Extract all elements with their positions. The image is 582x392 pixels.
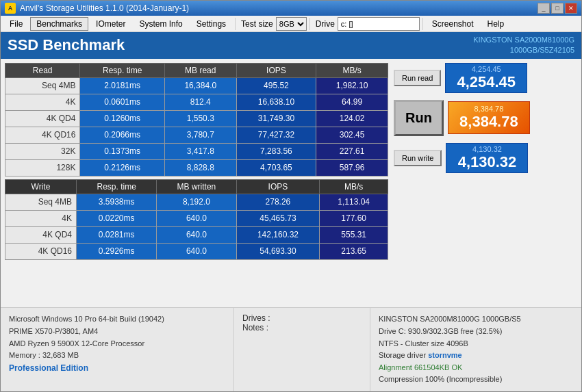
menu-benchmarks[interactable]: Benchmarks (30, 17, 88, 31)
cell-resp: 0.0601ms (80, 94, 164, 110)
cell-resp: 2.0181ms (80, 77, 164, 94)
drive-group: Drive c: [] (316, 17, 420, 31)
cell-mb: 16,384.0 (164, 77, 236, 94)
total-score-box: 8,384.78 8,384.78 (448, 101, 530, 134)
cell-mbps: 213.65 (320, 243, 388, 259)
footer-sysinfo: Microsoft Windows 10 Pro 64-bit Build (1… (1, 308, 233, 391)
maximize-button[interactable]: □ (551, 3, 564, 14)
app-title: SSD Benchmark (8, 36, 125, 54)
cell-iops: 495.52 (236, 77, 316, 94)
run-button[interactable]: Run (394, 100, 444, 136)
window-title: Anvil's Storage Utilities 1.1.0 (2014-Ja… (20, 3, 189, 13)
cell-resp: 0.1260ms (80, 110, 164, 127)
app-header: SSD Benchmark KINGSTON SA2000M81000G 100… (1, 32, 581, 59)
test-size-select[interactable]: 8GB (276, 17, 307, 31)
title-controls: _ □ ✕ (537, 3, 577, 14)
cell-resp: 3.5938ms (76, 194, 156, 210)
minimize-button[interactable]: _ (537, 3, 550, 14)
cell-resp: 0.0281ms (76, 226, 156, 243)
col-write: Write (5, 179, 77, 194)
row-label: Seq 4MB (5, 77, 80, 94)
menu-settings[interactable]: Settings (190, 17, 232, 31)
cell-resp: 0.2126ms (80, 159, 164, 176)
app-icon: A (5, 3, 16, 14)
table-row: Seq 4MB 3.5938ms 8,192.0 278.26 1,113.04 (5, 194, 388, 210)
total-score-group: Run 8,384.78 8,384.78 (394, 100, 577, 136)
menu-file[interactable]: File (3, 17, 29, 31)
alignment-status: Alignment 661504KB OK (379, 362, 573, 374)
test-size-label: Test size (241, 19, 273, 29)
menu-sysinfo[interactable]: System Info (133, 17, 188, 31)
col-resp: Resp. time (80, 63, 164, 77)
sys-line4: Memory : 32,683 MB (9, 350, 225, 362)
storage-driver-label: Storage driver (379, 351, 426, 359)
footer: Microsoft Windows 10 Pro 64-bit Build (1… (1, 307, 581, 391)
col-mb-read: MB read (164, 63, 236, 77)
cell-resp: 0.2066ms (80, 127, 164, 143)
drive-c: Drive C: 930.9/302.3GB free (32.5%) (379, 326, 573, 338)
col-iops-write: IOPS (236, 179, 320, 194)
main-content: Read Resp. time MB read IOPS MB/s Seq 4M… (1, 59, 581, 308)
device-line2: 1000GB/S5Z42105 (473, 45, 574, 55)
device-info: KINGSTON SA2000M81000G 1000GB/S5Z42105 (473, 35, 574, 56)
close-button[interactable]: ✕ (565, 3, 577, 14)
notes-label: Notes : (242, 323, 362, 332)
col-mbps-write: MB/s (320, 179, 388, 194)
row-label: 4K QD16 (5, 243, 77, 259)
run-read-button[interactable]: Run read (394, 70, 441, 86)
cell-mbps: 1,113.04 (320, 194, 388, 210)
main-window: A Anvil's Storage Utilities 1.1.0 (2014-… (0, 0, 582, 392)
menu-sep1 (235, 18, 236, 30)
read-table: Read Resp. time MB read IOPS MB/s Seq 4M… (5, 63, 388, 177)
menu-iometer[interactable]: IOmeter (90, 17, 131, 31)
cell-iops: 45,465.73 (236, 210, 320, 226)
menu-help[interactable]: Help (481, 17, 511, 31)
storage-driver: Storage driver stornvme (379, 350, 573, 362)
menu-sep3 (422, 18, 423, 30)
cell-mbps: 227.61 (316, 143, 388, 159)
row-label: 4K (5, 210, 77, 226)
cell-iops: 4,703.65 (236, 159, 316, 176)
table-row: 32K 0.1373ms 3,417.8 7,283.56 227.61 (5, 143, 388, 159)
col-iops-read: IOPS (236, 63, 316, 77)
col-mb-write: MB written (157, 179, 236, 194)
cell-iops: 278.26 (236, 194, 320, 210)
table-row: 4K 0.0220ms 640.0 45,465.73 177.60 (5, 210, 388, 226)
cell-mb: 640.0 (157, 243, 236, 259)
menu-screenshot[interactable]: Screenshot (426, 17, 480, 31)
read-score-group: Run read 4,254.45 4,254.45 (394, 63, 577, 93)
cell-iops: 16,638.10 (236, 94, 316, 110)
test-size-group: Test size 8GB (241, 17, 307, 31)
drive-label: Drive (316, 19, 335, 29)
cell-mbps: 177.60 (320, 210, 388, 226)
device-label: KINGSTON SA2000M81000G 1000GB/S5 (379, 313, 573, 326)
cell-iops: 77,427.32 (236, 127, 316, 143)
cell-resp: 0.1373ms (80, 143, 164, 159)
row-label: 4K QD4 (5, 110, 80, 127)
cell-iops: 142,160.32 (236, 226, 320, 243)
footer-drives: Drives : Notes : (233, 308, 370, 391)
professional-edition: Professional Edition (9, 362, 225, 375)
row-label: 128K (5, 159, 80, 176)
col-mbps-read: MB/s (316, 63, 388, 77)
cell-iops: 54,693.30 (236, 243, 320, 259)
footer-device: KINGSTON SA2000M81000G 1000GB/S5 Drive C… (370, 308, 581, 391)
read-score-large: 4,254.45 (451, 73, 521, 91)
total-score-small: 8,384.78 (457, 105, 521, 113)
benchmark-table-wrap: Read Resp. time MB read IOPS MB/s Seq 4M… (5, 63, 388, 304)
table-row: 4K 0.0601ms 812.4 16,638.10 64.99 (5, 94, 388, 110)
cell-mb: 640.0 (157, 226, 236, 243)
ntfs: NTFS - Cluster size 4096B (379, 338, 573, 350)
row-label: 4K QD4 (5, 226, 77, 243)
menu-sep2 (309, 18, 310, 30)
sys-line3: AMD Ryzen 9 5900X 12-Core Processor (9, 338, 225, 350)
row-label: 32K (5, 143, 80, 159)
device-line1: KINGSTON SA2000M81000G (473, 35, 574, 45)
storage-driver-value: stornvme (428, 351, 462, 359)
write-score-group: Run write 4,130.32 4,130.32 (394, 143, 577, 173)
drive-selector[interactable]: c: [] (338, 17, 420, 31)
read-score-small: 4,254.45 (451, 65, 521, 73)
run-write-button[interactable]: Run write (394, 150, 442, 166)
sys-line1: Microsoft Windows 10 Pro 64-bit Build (1… (9, 313, 225, 326)
cell-mb: 8,192.0 (157, 194, 236, 210)
